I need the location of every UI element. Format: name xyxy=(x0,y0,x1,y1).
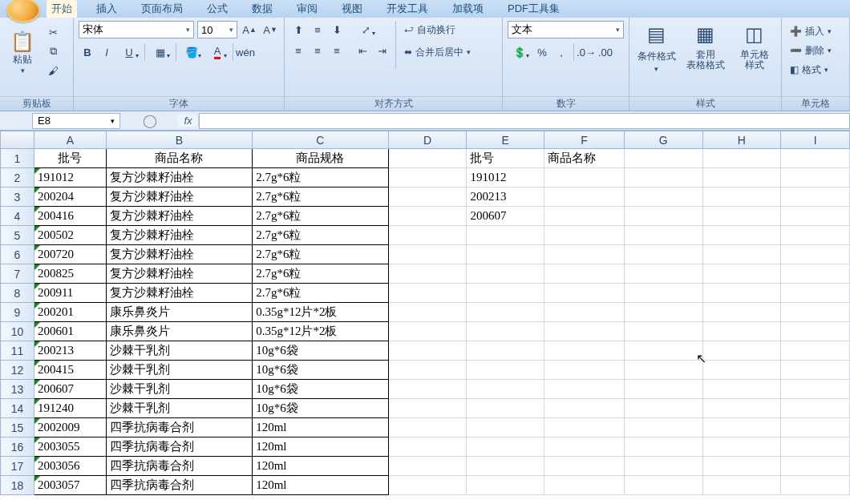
row-header-5[interactable]: 5 xyxy=(1,226,34,245)
cell-A8[interactable]: 200911 xyxy=(34,284,106,303)
cell-B2[interactable]: 复方沙棘籽油栓 xyxy=(106,168,252,187)
row-header-8[interactable]: 8 xyxy=(1,284,34,303)
cell-E14[interactable] xyxy=(467,399,544,418)
cell-C17[interactable]: 120ml xyxy=(253,457,389,476)
cell-G8[interactable] xyxy=(624,284,702,303)
cell-B3[interactable]: 复方沙棘籽油栓 xyxy=(106,187,252,207)
col-header-G[interactable]: G xyxy=(624,131,702,149)
cell-I17[interactable] xyxy=(781,457,850,476)
cell-D14[interactable] xyxy=(388,399,467,418)
cell-B7[interactable]: 复方沙棘籽油栓 xyxy=(106,264,252,284)
cell-E17[interactable] xyxy=(467,457,544,476)
cell-F10[interactable] xyxy=(544,322,625,341)
font-size-combo[interactable]: 10 ▾ xyxy=(197,21,237,38)
row-header-15[interactable]: 15 xyxy=(1,418,34,437)
align-right-button[interactable]: ≡ xyxy=(328,42,346,59)
cell-D11[interactable] xyxy=(388,341,467,361)
cell-E15[interactable] xyxy=(467,418,544,437)
select-all-corner[interactable] xyxy=(1,131,34,149)
cell-I18[interactable] xyxy=(781,476,850,495)
cell-F11[interactable] xyxy=(544,341,625,361)
cell-A17[interactable]: 2003056 xyxy=(34,457,106,476)
cell-A14[interactable]: 191240 xyxy=(34,399,106,418)
percent-button[interactable]: % xyxy=(533,43,551,61)
cell-I3[interactable] xyxy=(781,187,850,207)
cell-A1[interactable]: 批号 xyxy=(34,149,106,168)
cell-D16[interactable] xyxy=(388,437,467,457)
cell-D1[interactable] xyxy=(388,149,467,168)
cell-D12[interactable] xyxy=(388,361,467,380)
cell-E16[interactable] xyxy=(467,437,544,457)
cell-H6[interactable] xyxy=(702,245,781,264)
cell-F5[interactable] xyxy=(544,226,625,245)
cell-D9[interactable] xyxy=(388,303,467,322)
phonetic-button[interactable]: wén xyxy=(237,43,254,61)
decrease-font-button[interactable]: A▼ xyxy=(261,21,279,38)
cell-G14[interactable] xyxy=(624,399,702,418)
cell-B8[interactable]: 复方沙棘籽油栓 xyxy=(106,284,252,303)
cell-F7[interactable] xyxy=(544,264,625,284)
row-header-9[interactable]: 9 xyxy=(1,303,34,322)
cell-E8[interactable] xyxy=(467,284,544,303)
cell-G9[interactable] xyxy=(624,303,702,322)
cell-E11[interactable] xyxy=(467,341,544,361)
cell-I15[interactable] xyxy=(781,418,850,437)
cell-I4[interactable] xyxy=(781,207,850,226)
tab-formulas[interactable]: 公式 xyxy=(202,0,233,18)
cell-I10[interactable] xyxy=(781,322,850,341)
cell-F3[interactable] xyxy=(544,187,625,207)
cell-A7[interactable]: 200825 xyxy=(34,264,106,284)
cell-F14[interactable] xyxy=(544,399,625,418)
cell-A2[interactable]: 191012 xyxy=(34,168,106,187)
cell-D4[interactable] xyxy=(388,207,467,226)
cell-C13[interactable]: 10g*6袋 xyxy=(253,380,389,399)
cell-B13[interactable]: 沙棘干乳剂 xyxy=(106,380,252,399)
cell-G17[interactable] xyxy=(624,457,702,476)
increase-indent-button[interactable]: ⇥ xyxy=(373,42,391,59)
cell-I2[interactable] xyxy=(781,168,850,187)
cell-C1[interactable]: 商品规格 xyxy=(253,149,389,168)
cell-I5[interactable] xyxy=(781,226,850,245)
cell-H18[interactable] xyxy=(702,476,781,495)
wrap-text-button[interactable]: ⮐ 自动换行 xyxy=(401,21,474,38)
fill-color-button[interactable]: 🪣 xyxy=(180,43,204,61)
cell-I11[interactable] xyxy=(781,341,850,361)
format-as-table-button[interactable]: ▦ 套用 表格格式 xyxy=(683,21,727,71)
cell-H9[interactable] xyxy=(702,303,781,322)
cell-C9[interactable]: 0.35g*12片*2板 xyxy=(253,303,389,322)
cell-A12[interactable]: 200415 xyxy=(34,361,106,380)
cell-B14[interactable]: 沙棘干乳剂 xyxy=(106,399,252,418)
cell-H12[interactable] xyxy=(702,361,781,380)
cell-G18[interactable] xyxy=(624,476,702,495)
cell-A11[interactable]: 200213 xyxy=(34,341,106,361)
cell-I8[interactable] xyxy=(781,284,850,303)
cell-I14[interactable] xyxy=(781,399,850,418)
cell-H15[interactable] xyxy=(702,418,781,437)
cell-F15[interactable] xyxy=(544,418,625,437)
underline-button[interactable]: U xyxy=(117,43,141,61)
cell-D7[interactable] xyxy=(388,264,467,284)
cell-G15[interactable] xyxy=(624,418,702,437)
bold-button[interactable]: B xyxy=(79,43,96,61)
tab-page-layout[interactable]: 页面布局 xyxy=(136,0,188,18)
delete-cells-button[interactable]: ➖ 删除 ▾ xyxy=(787,42,835,59)
cell-B15[interactable]: 四季抗病毒合剂 xyxy=(106,418,252,437)
col-header-F[interactable]: F xyxy=(544,131,625,149)
cell-E6[interactable] xyxy=(467,245,544,264)
tab-addins[interactable]: 加载项 xyxy=(447,0,488,18)
cell-H16[interactable] xyxy=(702,437,781,457)
cell-H8[interactable] xyxy=(702,284,781,303)
spreadsheet-grid[interactable]: ABCDEFGHI1批号商品名称商品规格批号商品名称2191012复方沙棘籽油栓… xyxy=(0,131,850,504)
cell-E1[interactable]: 批号 xyxy=(467,149,544,168)
cell-C4[interactable]: 2.7g*6粒 xyxy=(253,207,389,226)
format-cells-button[interactable]: ◧ 格式 ▾ xyxy=(787,61,832,79)
cell-C14[interactable]: 10g*6袋 xyxy=(253,399,389,418)
cell-B6[interactable]: 复方沙棘籽油栓 xyxy=(106,245,252,264)
cell-B5[interactable]: 复方沙棘籽油栓 xyxy=(106,226,252,245)
cell-A3[interactable]: 200204 xyxy=(34,187,106,207)
cell-H4[interactable] xyxy=(702,207,781,226)
cell-A5[interactable]: 200502 xyxy=(34,226,106,245)
cell-H11[interactable] xyxy=(702,341,781,361)
comma-button[interactable]: , xyxy=(552,43,570,61)
cell-F18[interactable] xyxy=(544,476,625,495)
